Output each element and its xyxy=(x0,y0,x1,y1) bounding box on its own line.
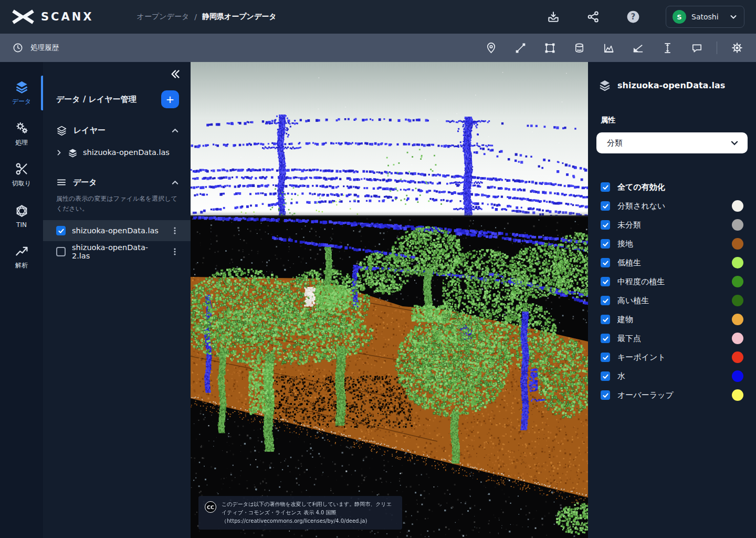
class-row[interactable]: 水 xyxy=(596,367,748,386)
class-checkbox[interactable] xyxy=(601,296,610,305)
class-checkbox[interactable] xyxy=(601,220,610,230)
history-label: 処理履歴 xyxy=(30,43,59,53)
chevron-right-icon[interactable] xyxy=(56,149,62,156)
sidebar-item-analysis[interactable]: 解析 xyxy=(0,242,43,272)
file-row-shizuoka-opendata[interactable]: shizuoka-openData.las xyxy=(43,220,191,241)
license-notice: CC このデータは以下の著作物を改変して利用しています。静岡市、クリエイティブ・… xyxy=(198,496,402,530)
area-measure-icon[interactable] xyxy=(543,42,556,54)
chevron-up-icon[interactable] xyxy=(171,127,179,134)
class-checkbox[interactable] xyxy=(601,315,610,324)
enable-all-label: 全ての有効化 xyxy=(617,182,665,192)
point-cloud-canvas[interactable] xyxy=(191,62,588,538)
file-list: shizuoka-openData.las shizuoka-openData-… xyxy=(43,220,191,262)
class-label: オーバーラップ xyxy=(617,390,674,400)
class-row[interactable]: 分類されない xyxy=(596,196,748,215)
license-text: このデータは以下の著作物を改変して利用しています。静岡市、クリエイティブ・コモン… xyxy=(222,500,396,525)
file-name[interactable]: shizuoka-openData.las xyxy=(72,226,159,235)
user-menu[interactable]: S Satoshi xyxy=(666,6,744,28)
kebab-menu-icon[interactable] xyxy=(171,247,179,256)
layers-filled-icon xyxy=(598,79,611,91)
collapse-panel-icon[interactable] xyxy=(170,68,181,80)
class-row[interactable]: キーポイント xyxy=(596,348,748,367)
line-measure-icon[interactable] xyxy=(514,42,527,54)
class-row[interactable]: 未分類 xyxy=(596,215,748,234)
layers-icon xyxy=(15,80,29,94)
layer-tree-item[interactable]: shizuoka-openData.las xyxy=(43,144,191,160)
volume-measure-icon[interactable] xyxy=(573,42,585,54)
class-color-swatch xyxy=(732,295,743,306)
chevron-up-icon[interactable] xyxy=(171,179,179,187)
layers-section-header[interactable]: レイヤー xyxy=(43,125,191,136)
layer-name[interactable]: shizuoka-openData.las xyxy=(83,148,170,157)
breadcrumb-parent[interactable]: オープンデータ xyxy=(137,12,190,22)
class-label: 未分類 xyxy=(617,220,641,230)
height-measure-icon[interactable] xyxy=(661,42,674,54)
menu-icon xyxy=(56,177,67,188)
class-row[interactable]: 高い植生 xyxy=(596,291,748,310)
breadcrumb-separator: / xyxy=(194,13,197,21)
class-row[interactable]: 接地 xyxy=(596,234,748,253)
class-checkbox[interactable] xyxy=(601,277,610,286)
selected-file-title: shizuoka-openData.las xyxy=(617,80,725,90)
avatar: S xyxy=(673,10,686,24)
kebab-menu-icon[interactable] xyxy=(171,226,179,235)
breadcrumb: オープンデータ / 静岡県オープンデータ xyxy=(137,12,277,22)
file-checkbox-unchecked[interactable] xyxy=(56,247,66,256)
history-button[interactable]: 処理履歴 xyxy=(13,43,59,53)
class-label: 接地 xyxy=(617,239,633,249)
class-row[interactable]: 低植生 xyxy=(596,253,748,272)
brand[interactable]: SCANX xyxy=(12,9,94,25)
settings-gear-icon[interactable] xyxy=(731,42,743,54)
enable-all-row[interactable]: 全ての有効化 xyxy=(596,178,748,196)
chevron-down-icon xyxy=(730,138,739,148)
sidebar-item-data[interactable]: データ xyxy=(0,78,43,108)
attribute-select-value: 分類 xyxy=(607,138,623,148)
sidebar-item-tin[interactable]: TIN xyxy=(0,201,43,231)
toolbar-divider xyxy=(717,42,717,54)
profile-section-icon[interactable] xyxy=(602,42,615,54)
angle-measure-icon[interactable] xyxy=(632,42,644,54)
annotation-icon[interactable] xyxy=(690,42,703,54)
panel-title: データ / レイヤー管理 xyxy=(56,95,136,105)
help-icon[interactable]: ? xyxy=(626,9,640,24)
class-label: キーポイント xyxy=(617,353,666,363)
rail-label-processing: 処理 xyxy=(15,138,28,147)
scissors-icon xyxy=(15,162,29,176)
class-row[interactable]: 最下点 xyxy=(596,329,748,348)
class-row[interactable]: オーバーラップ xyxy=(596,386,748,405)
scanx-logo-icon xyxy=(12,9,35,25)
attribute-select[interactable]: 分類 xyxy=(596,132,748,153)
svg-text:?: ? xyxy=(631,12,636,22)
active-indicator xyxy=(41,76,43,110)
class-checkbox[interactable] xyxy=(601,334,610,343)
file-checkbox-checked[interactable] xyxy=(56,226,66,235)
class-label: 低植生 xyxy=(617,258,641,268)
class-row[interactable]: 建物 xyxy=(596,310,748,329)
point-measure-icon[interactable] xyxy=(485,42,497,54)
file-row-shizuoka-opendata-2[interactable]: shizuoka-openData-2.las xyxy=(43,241,191,262)
class-label: 中程度の植生 xyxy=(617,277,665,287)
class-checkbox[interactable] xyxy=(601,390,610,400)
class-color-swatch xyxy=(732,389,743,401)
sidebar-item-clip[interactable]: 切取り xyxy=(0,160,43,190)
classification-list: 全ての有効化 分類されない 未分類 接地 xyxy=(596,178,748,405)
file-name[interactable]: shizuoka-openData-2.las xyxy=(72,243,164,260)
class-color-swatch xyxy=(732,370,743,382)
add-data-button[interactable]: + xyxy=(161,90,179,108)
enable-all-checkbox[interactable] xyxy=(601,182,610,192)
data-section-header[interactable]: データ xyxy=(43,177,191,188)
class-color-swatch xyxy=(732,333,743,344)
download-icon[interactable] xyxy=(546,9,561,24)
share-icon[interactable] xyxy=(586,9,601,24)
class-label: 高い植生 xyxy=(617,296,649,306)
class-checkbox[interactable] xyxy=(601,371,610,381)
class-checkbox[interactable] xyxy=(601,353,610,362)
rail-label-data: データ xyxy=(12,97,32,106)
class-checkbox[interactable] xyxy=(601,239,610,249)
class-row[interactable]: 中程度の植生 xyxy=(596,272,748,291)
layers-filled-icon xyxy=(68,148,78,158)
header-actions: ? S Satoshi xyxy=(546,6,744,28)
sidebar-item-processing[interactable]: 処理 xyxy=(0,119,43,149)
class-checkbox[interactable] xyxy=(601,258,610,267)
class-checkbox[interactable] xyxy=(601,201,610,211)
